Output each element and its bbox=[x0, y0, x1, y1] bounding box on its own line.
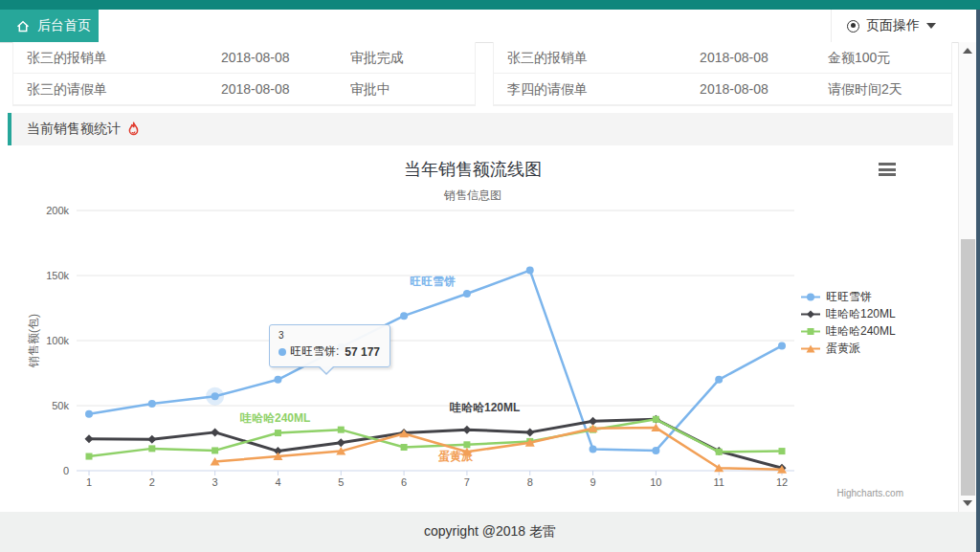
y-tick-label: 200k bbox=[21, 205, 69, 216]
table-row: 张三的请假单 2018-08-08 审批中 bbox=[13, 74, 475, 105]
data-point[interactable] bbox=[212, 447, 218, 453]
tab-label: 后台首页 bbox=[37, 17, 91, 34]
series-label-1: 哇哈哈120ML bbox=[450, 400, 520, 416]
y-tick-label: 0 bbox=[21, 465, 69, 476]
approval-table: 张三的报销单 2018-08-08 审批完成 张三的请假单 2018-08-08… bbox=[12, 42, 476, 106]
data-point[interactable] bbox=[148, 400, 156, 408]
data-point[interactable] bbox=[779, 448, 786, 454]
legend-label: 哇哈哈240ML bbox=[826, 323, 896, 340]
legend-marker-diamond-icon bbox=[800, 308, 821, 320]
y-tick-label: 50k bbox=[21, 400, 69, 411]
data-point[interactable] bbox=[85, 410, 93, 418]
data-point[interactable] bbox=[716, 449, 723, 455]
radio-icon bbox=[847, 20, 859, 33]
series-label-0: 旺旺雪饼 bbox=[410, 274, 456, 290]
tooltip-x-value: 3 bbox=[278, 330, 380, 341]
data-point[interactable] bbox=[463, 290, 471, 298]
page-footer: copyright @2018 老雷 bbox=[0, 512, 980, 552]
data-point[interactable] bbox=[463, 441, 470, 448]
legend-item-1[interactable]: 哇哈哈120ML bbox=[800, 308, 896, 320]
doc-info: 金额100元 bbox=[828, 42, 951, 73]
y-axis-title: 销售额(包) bbox=[26, 283, 39, 398]
data-point[interactable] bbox=[715, 376, 723, 384]
legend-marker-circle-icon bbox=[800, 291, 821, 303]
data-point[interactable] bbox=[211, 428, 219, 436]
table-row: 张三的报销单 2018-08-08 金额100元 bbox=[494, 42, 951, 74]
tab-bar: 后台首页 页面操作 bbox=[0, 10, 980, 43]
doc-name: 张三的报销单 bbox=[13, 42, 221, 73]
vertical-scrollbar[interactable] bbox=[958, 42, 976, 512]
series-label-2: 哇哈哈240ML bbox=[240, 410, 310, 427]
home-icon bbox=[15, 19, 31, 33]
data-point[interactable] bbox=[275, 430, 281, 436]
chart-tooltip: 3 旺旺雪饼: 57 177 bbox=[269, 324, 390, 367]
x-tick-label: 3 bbox=[196, 476, 234, 488]
data-point[interactable] bbox=[147, 435, 156, 444]
tooltip-series-dot bbox=[278, 348, 286, 356]
legend-marker-square-icon bbox=[800, 325, 821, 338]
series-line-0[interactable] bbox=[89, 271, 782, 451]
data-point[interactable] bbox=[778, 342, 786, 349]
doc-date: 2018-08-08 bbox=[700, 74, 828, 104]
data-point[interactable] bbox=[274, 376, 281, 384]
x-tick-label: 6 bbox=[385, 476, 423, 488]
window-edge bbox=[976, 10, 980, 552]
doc-status: 审批中 bbox=[350, 74, 475, 104]
doc-date: 2018-08-08 bbox=[221, 42, 350, 73]
table-row: 李四的请假单 2018-08-08 请假时间2天 bbox=[494, 74, 951, 105]
series-label-3: 蛋黄派 bbox=[438, 449, 473, 465]
x-tick-label: 11 bbox=[700, 476, 738, 488]
data-point[interactable] bbox=[590, 446, 597, 453]
scroll-down-icon[interactable] bbox=[963, 500, 972, 506]
legend-item-2[interactable]: 哇哈哈240ML bbox=[800, 325, 896, 338]
data-point[interactable] bbox=[86, 453, 93, 460]
x-tick-label: 12 bbox=[763, 476, 801, 488]
page-operations-dropdown[interactable]: 页面操作 bbox=[831, 10, 951, 42]
tooltip-series-label: 旺旺雪饼: bbox=[290, 343, 339, 360]
data-point[interactable] bbox=[337, 438, 345, 447]
x-tick-label: 4 bbox=[258, 476, 297, 488]
sales-section-header: 当前销售额统计 bbox=[8, 113, 953, 145]
x-tick-label: 5 bbox=[322, 476, 360, 488]
x-tick-label: 8 bbox=[511, 476, 549, 488]
legend-marker-triangle-icon bbox=[800, 342, 821, 355]
doc-name: 张三的请假单 bbox=[13, 74, 221, 104]
data-point[interactable] bbox=[526, 267, 534, 275]
legend-item-0[interactable]: 旺旺雪饼 bbox=[800, 291, 896, 303]
data-point[interactable] bbox=[401, 444, 408, 451]
data-point[interactable] bbox=[212, 392, 219, 400]
data-point[interactable] bbox=[652, 447, 659, 454]
table-row: 张三的报销单 2018-08-08 审批完成 bbox=[13, 42, 475, 74]
data-point[interactable] bbox=[653, 416, 659, 423]
data-point[interactable] bbox=[338, 427, 345, 433]
doc-name: 张三的报销单 bbox=[494, 42, 700, 73]
page-operations-label: 页面操作 bbox=[866, 17, 920, 34]
doc-date: 2018-08-08 bbox=[221, 74, 350, 104]
chevron-down-icon bbox=[926, 23, 936, 29]
tab-backend-home[interactable]: 后台首页 bbox=[0, 10, 99, 42]
data-point[interactable] bbox=[85, 434, 94, 443]
highcharts-credits[interactable]: Highcharts.com bbox=[837, 488, 903, 498]
data-point[interactable] bbox=[525, 428, 534, 436]
x-tick-label: 1 bbox=[70, 476, 108, 488]
doc-name: 李四的请假单 bbox=[494, 74, 700, 104]
x-tick-label: 9 bbox=[574, 476, 612, 488]
legend-label: 旺旺雪饼 bbox=[826, 289, 872, 305]
detail-table: 张三的报销单 2018-08-08 金额100元 李四的请假单 2018-08-… bbox=[493, 42, 952, 106]
scroll-up-icon[interactable] bbox=[963, 48, 972, 54]
doc-status: 审批完成 bbox=[350, 42, 475, 73]
data-point[interactable] bbox=[148, 445, 155, 452]
tooltip-value: 57 177 bbox=[345, 345, 380, 359]
sales-chart: 当年销售额流线图 销售信息图 050k100k150k200k 12345678… bbox=[8, 145, 953, 509]
legend-label: 哇哈哈120ML bbox=[826, 306, 896, 322]
legend-item-3[interactable]: 蛋黄派 bbox=[800, 342, 896, 355]
scrollbar-thumb[interactable] bbox=[961, 239, 975, 496]
data-point[interactable] bbox=[462, 426, 471, 434]
data-point[interactable] bbox=[400, 312, 408, 320]
legend-label: 蛋黄派 bbox=[826, 341, 860, 357]
x-tick-label: 10 bbox=[636, 476, 675, 488]
chart-legend: 旺旺雪饼哇哈哈120ML哇哈哈240ML蛋黄派 bbox=[800, 291, 896, 360]
y-tick-label: 150k bbox=[21, 270, 69, 281]
doc-info: 请假时间2天 bbox=[828, 74, 951, 104]
x-tick-label: 2 bbox=[133, 476, 171, 488]
